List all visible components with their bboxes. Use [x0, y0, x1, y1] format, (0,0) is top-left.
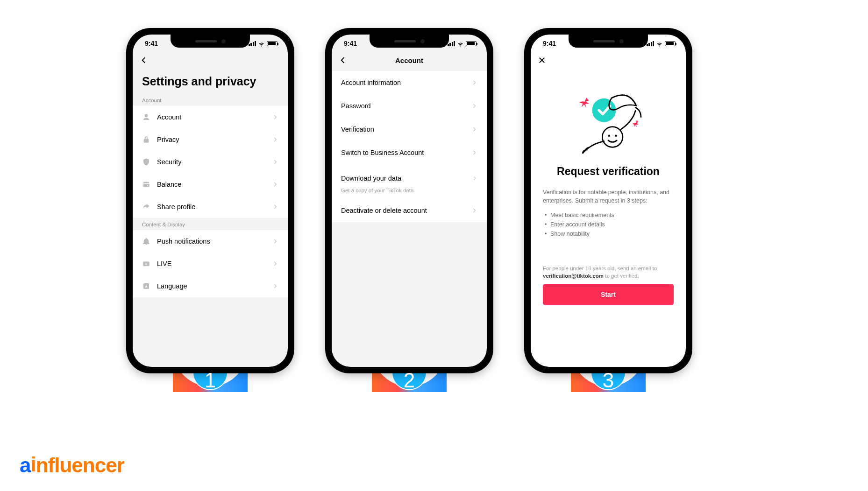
row-label: Deactivate or delete account [341, 207, 471, 214]
row-label: Balance [157, 181, 272, 188]
status-time: 9:41 [344, 40, 357, 47]
step-number: 2 [404, 369, 415, 392]
under-18-note: For people under 18 years old, send an e… [543, 265, 674, 280]
row-label: Download your data [341, 175, 472, 182]
chevron-right-icon [471, 207, 477, 214]
wifi-icon [656, 40, 663, 47]
account-row-info[interactable]: Account information [332, 71, 487, 94]
row-label: Account information [341, 79, 471, 86]
settings-row-push[interactable]: Push notifications [133, 230, 288, 253]
chevron-right-icon [272, 260, 278, 267]
status-icons [249, 40, 278, 47]
row-label: Push notifications [157, 238, 272, 245]
close-button[interactable] [535, 54, 548, 67]
chevron-right-icon [471, 126, 477, 133]
verification-description: Verification is for notable people, inst… [543, 188, 674, 205]
phone-screen-settings: 9:41 Settings and privacy Account [133, 35, 288, 367]
shield-icon [142, 158, 150, 166]
account-row-deactivate[interactable]: Deactivate or delete account [332, 199, 487, 222]
notch [569, 35, 648, 48]
brand-i: i [30, 453, 36, 476]
settings-row-account[interactable]: Account [133, 106, 288, 128]
wallet-icon [142, 180, 150, 189]
row-label: Account [157, 113, 272, 121]
row-label: LIVE [157, 260, 272, 267]
phone-screen-account: 9:41 Account Account information [332, 35, 487, 367]
start-button[interactable]: Start [543, 284, 674, 305]
chevron-right-icon [471, 103, 477, 109]
chevron-right-icon [272, 203, 278, 210]
row-label: Privacy [157, 136, 272, 143]
verification-step: Enter account details [545, 220, 674, 229]
chevron-right-icon [472, 175, 477, 181]
row-label: Verification [341, 126, 471, 133]
language-icon [142, 282, 150, 290]
chevron-right-icon [471, 79, 477, 86]
settings-row-live[interactable]: LIVE [133, 253, 288, 275]
chevron-right-icon [272, 238, 278, 245]
list-account: Account Privacy Security [133, 106, 288, 218]
back-button[interactable] [137, 54, 150, 67]
settings-row-language[interactable]: Language [133, 275, 288, 297]
chevron-left-icon [139, 56, 149, 65]
under18-text-a: For people under 18 years old, send an e… [543, 266, 657, 271]
account-row-verification[interactable]: Verification [332, 118, 487, 141]
settings-row-share-profile[interactable]: Share profile [133, 196, 288, 218]
step-number: 1 [205, 369, 216, 392]
share-icon [142, 203, 150, 211]
verification-title: Request verification [543, 165, 674, 178]
verification-illustration [531, 68, 686, 165]
row-subtitle: Get a copy of your TikTok data [341, 188, 477, 193]
svg-point-7 [602, 127, 623, 147]
back-button[interactable] [336, 54, 349, 67]
verification-email: verification@tiktok.com [543, 273, 604, 279]
chevron-left-icon [338, 56, 348, 65]
chevron-right-icon [272, 159, 278, 165]
bell-icon [142, 237, 150, 246]
wifi-icon [258, 40, 265, 47]
lock-icon [142, 135, 150, 144]
wifi-icon [457, 40, 464, 47]
account-row-password[interactable]: Password [332, 94, 487, 118]
account-row-download-data[interactable]: Download your data Get a copy of your Ti… [332, 164, 487, 199]
brand-rest: nfluencer [36, 454, 124, 477]
row-label: Language [157, 282, 272, 290]
phone-3: 9:41 [524, 28, 692, 373]
verification-steps: Meet basic requirements Enter account de… [543, 210, 674, 238]
account-row-switch-business[interactable]: Switch to Business Account [332, 141, 487, 164]
brand-a: a [20, 454, 30, 477]
live-icon [142, 260, 150, 268]
phone-screen-verification: 9:41 [531, 35, 686, 367]
close-icon [538, 56, 546, 64]
nav-bar: Account [332, 52, 487, 68]
verification-step: Meet basic requirements [545, 210, 674, 220]
row-label: Share profile [157, 203, 272, 210]
brand-logo: ainfluencer [20, 454, 124, 477]
battery-icon [267, 41, 277, 46]
page-title: Settings and privacy [133, 68, 288, 94]
phone-frame: 9:41 Account Account information [325, 28, 493, 373]
status-icons [448, 40, 477, 47]
notch [370, 35, 449, 48]
status-time: 9:41 [543, 40, 556, 47]
row-label: Security [157, 158, 272, 166]
settings-row-security[interactable]: Security [133, 151, 288, 173]
status-time: 9:41 [145, 40, 158, 47]
list-account-sub: Account information Password Verificatio… [332, 71, 487, 222]
phone-frame: 9:41 Settings and privacy Account [126, 28, 294, 373]
section-label-content: Content & Display [133, 218, 288, 230]
svg-point-8 [608, 135, 611, 137]
phone-1: 9:41 Settings and privacy Account [126, 28, 294, 373]
battery-icon [466, 41, 477, 46]
chevron-right-icon [272, 181, 278, 188]
nav-title: Account [332, 56, 487, 64]
row-label: Switch to Business Account [341, 149, 471, 156]
nav-bar [133, 52, 288, 68]
notch [171, 35, 250, 48]
phone-2: 9:41 Account Account information [325, 28, 493, 373]
settings-row-balance[interactable]: Balance [133, 173, 288, 196]
chevron-right-icon [272, 283, 278, 289]
settings-row-privacy[interactable]: Privacy [133, 128, 288, 151]
verification-step: Show notability [545, 229, 674, 238]
row-label: Password [341, 102, 471, 110]
